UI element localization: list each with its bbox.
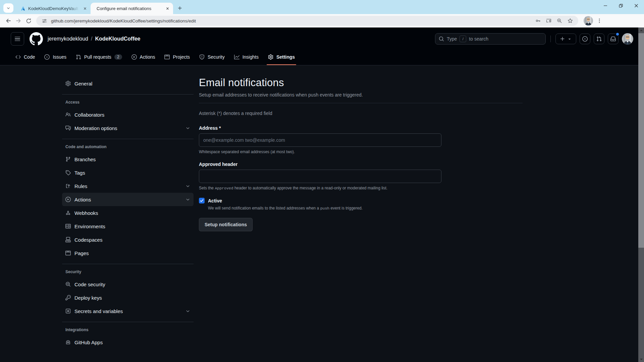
sidebar-item-general[interactable]: General: [62, 77, 194, 90]
page-scrollbar[interactable]: [638, 27, 644, 362]
tab-close-icon[interactable]: [164, 5, 170, 11]
issues-header-button[interactable]: [580, 34, 590, 44]
url-text: github.com/jeremykodekloud/KodeKloudCoff…: [51, 18, 196, 23]
tab-insights[interactable]: Insights: [229, 49, 263, 65]
sidebar-item-code-security[interactable]: Code security: [62, 278, 194, 291]
chevron-down-icon: [185, 197, 190, 202]
window-close-button[interactable]: [629, 0, 644, 11]
sidebar-item-rules[interactable]: Rules: [62, 179, 194, 193]
chevron-down-icon: [185, 184, 190, 188]
tab-projects[interactable]: Projects: [160, 49, 195, 65]
pull-request-icon: [76, 54, 81, 60]
tab-settings[interactable]: Settings: [263, 49, 300, 65]
settings-sidebar: General Access Collaborators Moderation …: [62, 77, 194, 349]
tab-close-icon[interactable]: [82, 5, 88, 11]
sidebar-item-moderation-options[interactable]: Moderation options: [62, 121, 194, 135]
new-tab-button[interactable]: [175, 3, 184, 13]
codespaces-icon: [65, 237, 71, 242]
browser-window-icon: [65, 250, 71, 256]
email-notifications-panel: Email notifications Setup email addresse…: [199, 77, 523, 349]
breadcrumb: jeremykodekloud / KodeKloudCoffee: [48, 36, 141, 42]
sidebar-divider: [62, 322, 194, 322]
sidebar-item-webhooks[interactable]: Webhooks: [62, 206, 194, 220]
sidebar-item-secrets-variables[interactable]: Secrets and variables: [62, 304, 194, 318]
sidebar-item-tags[interactable]: Tags: [62, 166, 194, 179]
tab-security[interactable]: Security: [195, 49, 229, 65]
tab-code[interactable]: Code: [11, 49, 40, 65]
search-icon: [439, 36, 444, 42]
browser-toolbar: github.com/jeremykodekloud/KodeKloudCoff…: [0, 14, 644, 27]
repo-nav: Code Issues Pull requests2 Actions Proje…: [11, 49, 633, 65]
search-placeholder: to search: [469, 36, 488, 42]
bookmark-star-icon[interactable]: [566, 17, 574, 25]
required-field-note: Asterisk (*) denotes a required field: [199, 111, 523, 116]
sidebar-item-deploy-keys[interactable]: Deploy keys: [62, 291, 194, 304]
approved-header-input[interactable]: [199, 170, 441, 183]
url-bar[interactable]: github.com/jeremykodekloud/KodeKloudCoff…: [36, 16, 578, 26]
slash-key-hint: /: [460, 36, 466, 42]
github-page: jeremykodekloud / KodeKloudCoffee Type /…: [0, 27, 644, 362]
hubot-icon: [65, 340, 71, 345]
browser-menu-icon[interactable]: [595, 16, 604, 25]
unread-notification-dot: [615, 32, 620, 36]
git-branch-icon: [65, 157, 71, 162]
pull-requests-count-badge: 2: [114, 54, 122, 60]
notifications-wrap: [608, 34, 619, 44]
tab-title: Configure email notifications: [97, 6, 162, 11]
scrollbar-thumb[interactable]: [638, 33, 644, 248]
sidebar-section-security: Security: [65, 269, 190, 274]
sidebar-item-pages[interactable]: Pages: [62, 246, 194, 260]
address-input[interactable]: [199, 133, 441, 147]
window-controls: [598, 0, 644, 11]
setup-notifications-button[interactable]: Setup notifications: [199, 218, 253, 231]
sidebar-item-branches[interactable]: Branches: [62, 153, 194, 166]
browser-profile-avatar[interactable]: [584, 16, 593, 25]
scrollbar-up-icon[interactable]: [638, 27, 644, 33]
sidebar-item-actions[interactable]: Actions: [62, 193, 194, 206]
secrets-asterisk-icon: [65, 308, 71, 314]
sidebar-item-collaborators[interactable]: Collaborators: [62, 108, 194, 121]
webhook-icon: [65, 210, 71, 216]
password-key-icon[interactable]: [534, 17, 542, 25]
tab-search-button[interactable]: [3, 3, 13, 13]
zoom-icon[interactable]: [555, 17, 564, 25]
breadcrumb-repo-link[interactable]: KodeKloudCoffee: [95, 36, 140, 42]
github-logo-icon[interactable]: [30, 32, 43, 46]
browser-titlebar: KodeKloudDemoKeyVault - Mic Configure em…: [0, 0, 644, 14]
address-label: Address *: [199, 125, 523, 131]
issue-icon: [44, 54, 50, 60]
pull-requests-header-button[interactable]: [594, 34, 604, 44]
section-divider: [199, 103, 523, 103]
window-minimize-button[interactable]: [598, 0, 613, 11]
tab-actions[interactable]: Actions: [127, 49, 160, 65]
sidebar-section-integrations: Integrations: [65, 327, 190, 332]
site-settings-icon[interactable]: [40, 17, 48, 25]
forward-button[interactable]: [13, 16, 23, 26]
tab-issues[interactable]: Issues: [40, 49, 71, 65]
azure-favicon-icon: [20, 6, 25, 11]
reload-button[interactable]: [23, 16, 34, 26]
global-search-input[interactable]: Type / to search: [435, 33, 546, 45]
active-checkbox[interactable]: [199, 198, 205, 203]
browser-tab-github[interactable]: Configure email notifications: [91, 3, 173, 14]
global-menu-button[interactable]: [11, 32, 24, 46]
rules-icon: [65, 183, 71, 189]
tab-pull-requests[interactable]: Pull requests2: [71, 49, 127, 65]
code-icon: [15, 54, 21, 60]
create-new-button[interactable]: [555, 34, 576, 44]
user-avatar[interactable]: [622, 33, 633, 45]
sidebar-item-codespaces[interactable]: Codespaces: [62, 233, 194, 246]
back-button[interactable]: [3, 16, 13, 26]
breadcrumb-owner-link[interactable]: jeremykodekloud: [48, 36, 88, 42]
scrollbar-down-icon[interactable]: [638, 356, 644, 362]
shield-icon: [199, 54, 205, 60]
approved-header-label: Approved header: [199, 162, 523, 167]
window-restore-button[interactable]: [613, 0, 629, 11]
codescan-icon: [65, 282, 71, 287]
sidebar-item-github-apps[interactable]: GitHub Apps: [62, 336, 194, 349]
install-app-icon[interactable]: [545, 17, 553, 25]
browser-tab-azure[interactable]: KodeKloudDemoKeyVault - Mic: [16, 3, 91, 14]
sidebar-item-environments[interactable]: Environments: [62, 220, 194, 233]
key-icon: [65, 295, 71, 300]
chevron-down-icon: [185, 126, 190, 130]
